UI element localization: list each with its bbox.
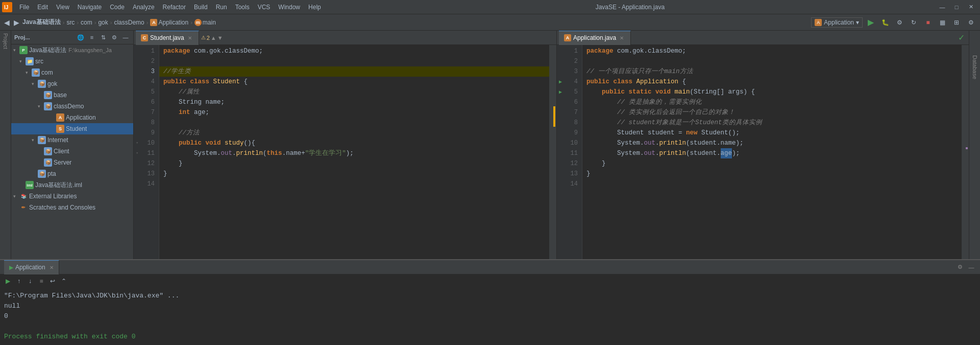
soft-wrap-button[interactable]: ⌃ bbox=[59, 277, 68, 286]
run-config-icon: A bbox=[815, 19, 822, 26]
java-class-icon: A bbox=[56, 113, 64, 122]
gutter-dot-icon: ◦ bbox=[136, 141, 138, 146]
r-line-5: 5▶ bbox=[557, 87, 582, 97]
stop-button[interactable]: ■ bbox=[922, 16, 934, 29]
maximize-button[interactable]: □ bbox=[949, 0, 964, 14]
gutter-dot2-icon: ◦ bbox=[136, 151, 138, 156]
application-tab-close-icon[interactable]: ✕ bbox=[618, 34, 625, 41]
sync-button[interactable]: ↻ bbox=[908, 16, 920, 29]
tree-src-label: src bbox=[35, 58, 43, 65]
window-title: JavaSE - Application.java bbox=[325, 4, 935, 11]
breadcrumb-classDemo[interactable]: classDemo bbox=[114, 19, 144, 26]
folder-icon: 📦 bbox=[44, 158, 52, 167]
tree-application-label: Application bbox=[66, 114, 96, 121]
tree-application[interactable]: A Application bbox=[11, 112, 133, 123]
breadcrumb-com[interactable]: com bbox=[81, 19, 92, 26]
menu-code[interactable]: Code bbox=[106, 3, 129, 12]
sidebar-globe-icon[interactable]: 🌐 bbox=[76, 33, 85, 42]
r-code-line-14 bbox=[582, 179, 962, 189]
tree-server[interactable]: 📦 Server bbox=[11, 157, 133, 168]
stop-run-button[interactable]: ■ bbox=[37, 277, 46, 286]
warning-up-icon[interactable]: ▲ bbox=[211, 35, 216, 41]
layout-button[interactable]: ⊞ bbox=[950, 16, 963, 29]
tree-pta[interactable]: 📦 pta bbox=[11, 168, 133, 179]
minimize-button[interactable]: — bbox=[935, 0, 949, 14]
menu-window[interactable]: Window bbox=[274, 3, 304, 12]
folder-icon: 📦 bbox=[44, 147, 52, 155]
run-button[interactable]: ▶ bbox=[865, 16, 877, 29]
breadcrumb-application[interactable]: Application bbox=[158, 19, 188, 26]
menu-vcs[interactable]: VCS bbox=[254, 3, 275, 12]
menu-run[interactable]: Run bbox=[212, 3, 231, 12]
tree-internet[interactable]: ▾ 📦 Internet bbox=[11, 134, 133, 146]
sidebar-list-icon[interactable]: ≡ bbox=[87, 33, 96, 42]
run-tab-close-icon[interactable]: ✕ bbox=[50, 265, 54, 270]
debug-button[interactable]: 🐛 bbox=[879, 16, 891, 29]
code-line-13: } bbox=[159, 169, 549, 179]
close-button[interactable]: ✕ bbox=[964, 0, 978, 14]
sidebar-minimize-icon[interactable]: — bbox=[121, 33, 130, 42]
minimize-panel-icon[interactable]: — bbox=[967, 263, 976, 272]
breadcrumb-main[interactable]: main bbox=[203, 19, 216, 26]
right-scroll-bar[interactable] bbox=[962, 45, 969, 259]
menu-help[interactable]: Help bbox=[304, 3, 325, 12]
tree-iml[interactable]: iml Java基础语法.iml bbox=[11, 179, 133, 191]
warning-down-icon[interactable]: ▼ bbox=[217, 35, 223, 41]
settings-icon[interactable]: ⚙ bbox=[955, 263, 965, 272]
menu-build[interactable]: Build bbox=[190, 3, 212, 12]
left-code-content[interactable]: package com.gok.classDemo; //学生类 public … bbox=[159, 45, 549, 259]
left-warning-bar bbox=[549, 45, 556, 259]
menu-view[interactable]: View bbox=[52, 3, 74, 12]
run-tab[interactable]: ▶ Application ✕ bbox=[4, 260, 59, 274]
tree-arrow: ▾ bbox=[13, 48, 19, 53]
breadcrumb-gok[interactable]: gok bbox=[98, 19, 108, 26]
coverage-button[interactable]: ▦ bbox=[936, 16, 948, 29]
tree-base[interactable]: 📦 base bbox=[11, 89, 133, 101]
application-tab[interactable]: A Application.java ✕ bbox=[559, 31, 631, 45]
nav-back-button[interactable]: ◀ bbox=[3, 17, 11, 28]
menu-refactor[interactable]: Refactor bbox=[159, 3, 190, 12]
r-line-8: 8 bbox=[557, 118, 582, 128]
student-tab[interactable]: C Student.java ✕ bbox=[136, 31, 199, 45]
menu-navigate[interactable]: Navigate bbox=[74, 3, 106, 12]
tree-com[interactable]: ▾ 📦 com bbox=[11, 67, 133, 78]
tree-ext-libraries[interactable]: ▾ 📚 External Libraries bbox=[11, 191, 133, 202]
project-panel-icon[interactable]: Project bbox=[1, 37, 10, 46]
scroll-down-button[interactable]: ↓ bbox=[26, 277, 35, 286]
tree-client[interactable]: 📦 Client bbox=[11, 146, 133, 157]
folder-icon: 📁 bbox=[26, 57, 34, 65]
settings-button[interactable]: ⚙ bbox=[965, 16, 977, 29]
warn-top bbox=[549, 45, 556, 76]
code-line-1: package com.gok.classDemo; bbox=[159, 46, 549, 56]
tree-gok[interactable]: ▾ 📦 gok bbox=[11, 78, 133, 89]
tree-scratches[interactable]: ✏ Scratches and Consoles bbox=[11, 202, 133, 213]
tree-classDemo[interactable]: ▾ 📦 classDemo bbox=[11, 101, 133, 112]
menu-analyze[interactable]: Analyze bbox=[129, 3, 159, 12]
tree-student[interactable]: S Student bbox=[11, 123, 133, 134]
left-code-editor[interactable]: 1 2 3 4 5 6 7 8 9 10◦ 11◦ 12 13 14 bbox=[134, 45, 556, 259]
sidebar-settings-icon[interactable]: ⚙ bbox=[110, 33, 119, 42]
menu-file[interactable]: File bbox=[15, 3, 33, 12]
wrap-output-button[interactable]: ↩ bbox=[48, 277, 57, 286]
menu-edit[interactable]: Edit bbox=[33, 3, 52, 12]
breadcrumb-src[interactable]: src bbox=[66, 19, 75, 26]
sidebar-sort-icon[interactable]: ⇅ bbox=[99, 33, 108, 42]
project-tree: ▾ P Java基础语法 F:\kuangshen_Ja ▾ 📁 src ▾ 📦… bbox=[11, 44, 133, 259]
right-code-content[interactable]: package com.gok.classDemo; // 一个项目应该只存一个… bbox=[582, 45, 962, 259]
r-code-line-7: // 类实例化后会返回一个自己的对象！ bbox=[582, 107, 962, 118]
tree-classDemo-label: classDemo bbox=[54, 103, 84, 110]
build-button[interactable]: ⚙ bbox=[893, 16, 905, 29]
rerun-button[interactable]: ▶ bbox=[3, 277, 12, 286]
tree-src[interactable]: ▾ 📁 src bbox=[11, 56, 133, 67]
database-panel-label[interactable]: Database bbox=[970, 51, 979, 83]
scroll-up-button[interactable]: ↑ bbox=[14, 277, 23, 286]
r-line-12: 12 bbox=[557, 158, 582, 169]
tree-root[interactable]: ▾ P Java基础语法 F:\kuangshen_Ja bbox=[11, 44, 133, 56]
menu-tools[interactable]: Tools bbox=[231, 3, 254, 12]
nav-forward-button[interactable]: ▶ bbox=[13, 17, 20, 28]
application-tab-icon: A bbox=[564, 34, 571, 41]
student-tab-close-icon[interactable]: ✕ bbox=[186, 34, 193, 41]
run-config-dropdown[interactable]: A Application ▾ bbox=[811, 17, 863, 28]
right-code-editor[interactable]: 1 2 3 4▶ 5▶ 6 7 8 9 10 11 12 13 14 bbox=[557, 45, 969, 259]
folder-icon: 📦 bbox=[44, 91, 52, 99]
